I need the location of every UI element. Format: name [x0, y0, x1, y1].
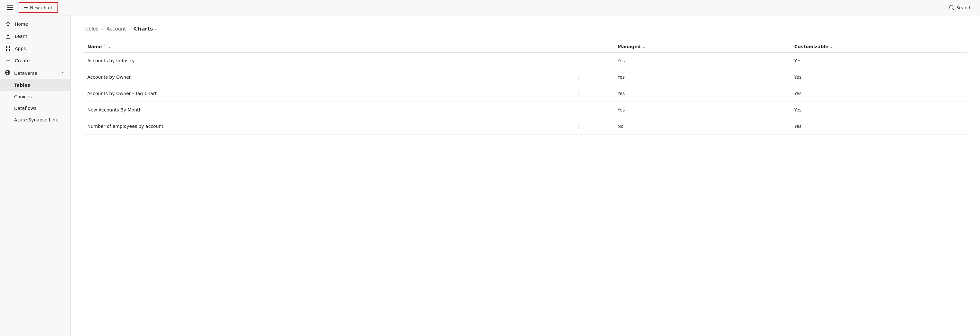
- sidebar-item-learn-label: Learn: [15, 34, 27, 39]
- sidebar: Home Learn Apps Create Dataverse ⌃: [0, 16, 71, 336]
- row-menu-cell: ⋮: [570, 69, 614, 86]
- table-row: Number of employees by account⋮NoYes: [83, 118, 967, 135]
- book-icon: [5, 33, 11, 39]
- row-name-cell: Accounts by Owner: [83, 69, 570, 86]
- new-chart-label: New chart: [30, 5, 52, 10]
- sidebar-item-apps[interactable]: Apps: [0, 42, 70, 55]
- main-layout: Home Learn Apps Create Dataverse ⌃: [0, 16, 980, 336]
- sidebar-item-azure-synapse[interactable]: Azure Synapse Link: [0, 114, 70, 126]
- table-row: New Accounts By Month⋮YesYes: [83, 102, 967, 118]
- breadcrumb-tables[interactable]: Tables: [83, 26, 99, 32]
- row-managed-cell: Yes: [614, 86, 791, 102]
- row-menu-cell: ⋮: [570, 102, 614, 118]
- sidebar-item-choices[interactable]: Choices: [0, 91, 70, 102]
- sidebar-item-create-label: Create: [15, 58, 30, 63]
- svg-rect-2: [7, 9, 13, 10]
- sidebar-item-dataverse[interactable]: Dataverse ⌃: [0, 67, 70, 80]
- row-name-cell: Accounts by Owner - Tag Chart: [83, 86, 570, 102]
- row-customizable-cell: Yes: [790, 53, 967, 69]
- search-icon: [949, 5, 954, 10]
- row-name-cell: Number of employees by account: [83, 118, 570, 135]
- sidebar-item-home[interactable]: Home: [0, 18, 70, 30]
- sidebar-item-dataverse-label: Dataverse: [14, 71, 37, 76]
- row-context-menu-button[interactable]: ⋮: [573, 73, 583, 81]
- column-header-name: Name ↑ ⌄: [83, 41, 570, 53]
- search-label: Search: [956, 5, 972, 10]
- row-menu-cell: ⋮: [570, 118, 614, 135]
- breadcrumb: Tables › Account › Charts ⌄: [83, 26, 967, 32]
- svg-rect-4: [9, 46, 10, 48]
- table-row: Accounts by Industry⋮YesYes: [83, 53, 967, 69]
- column-header-customizable: Customizable ⌄: [790, 41, 967, 53]
- svg-rect-1: [7, 7, 13, 8]
- sidebar-item-apps-label: Apps: [15, 46, 26, 51]
- sidebar-item-choices-label: Choices: [14, 94, 32, 99]
- breadcrumb-current: Charts ⌄: [134, 26, 158, 32]
- breadcrumb-dropdown-icon[interactable]: ⌄: [155, 26, 158, 31]
- breadcrumb-sep-1: ›: [102, 26, 103, 31]
- sidebar-item-tables[interactable]: Tables: [0, 80, 70, 91]
- row-context-menu-button[interactable]: ⋮: [573, 123, 583, 130]
- hamburger-icon: [7, 5, 13, 11]
- row-customizable-cell: Yes: [790, 118, 967, 135]
- new-chart-button[interactable]: + New chart: [19, 2, 58, 13]
- breadcrumb-account[interactable]: Account: [107, 26, 126, 32]
- new-chart-plus-icon: +: [24, 5, 28, 11]
- table-header-row: Name ↑ ⌄ Managed ⌄ Cust: [83, 41, 967, 53]
- table-row: Accounts by Owner⋮YesYes: [83, 69, 967, 86]
- row-managed-cell: Yes: [614, 102, 791, 118]
- row-context-menu-button[interactable]: ⋮: [573, 57, 583, 64]
- svg-rect-3: [6, 46, 7, 48]
- sidebar-item-create[interactable]: Create: [0, 55, 70, 67]
- sidebar-item-dataflows[interactable]: Dataflows: [0, 102, 70, 114]
- column-customizable-label: Customizable: [794, 44, 828, 49]
- row-menu-cell: ⋮: [570, 86, 614, 102]
- row-name-cell: New Accounts By Month: [83, 102, 570, 118]
- toolbar-left: + New chart: [5, 2, 58, 13]
- column-name-label: Name: [88, 44, 102, 49]
- sidebar-item-tables-label: Tables: [14, 83, 30, 88]
- row-context-menu-button[interactable]: ⋮: [573, 90, 583, 97]
- create-plus-icon: [5, 58, 11, 64]
- breadcrumb-charts-label: Charts: [134, 26, 153, 32]
- sidebar-item-home-label: Home: [15, 22, 28, 27]
- sort-asc-icon[interactable]: ↑: [103, 45, 106, 49]
- table-row: Accounts by Owner - Tag Chart⋮YesYes: [83, 86, 967, 102]
- row-managed-cell: Yes: [614, 53, 791, 69]
- row-context-menu-button[interactable]: ⋮: [573, 106, 583, 113]
- row-menu-cell: ⋮: [570, 53, 614, 69]
- row-customizable-cell: Yes: [790, 69, 967, 86]
- svg-rect-6: [9, 49, 10, 51]
- breadcrumb-sep-2: ›: [129, 26, 130, 31]
- content-area: Tables › Account › Charts ⌄ Name ↑ ⌄: [71, 16, 980, 336]
- row-managed-cell: No: [614, 118, 791, 135]
- svg-rect-5: [6, 49, 7, 51]
- sidebar-item-dataflows-label: Dataflows: [14, 106, 37, 111]
- hamburger-button[interactable]: [5, 3, 15, 13]
- sidebar-item-learn[interactable]: Learn: [0, 30, 70, 42]
- customizable-sort-icon[interactable]: ⌄: [830, 45, 833, 49]
- sort-desc-icon[interactable]: ⌄: [108, 45, 111, 49]
- table-body: Accounts by Industry⋮YesYesAccounts by O…: [83, 53, 967, 135]
- chevron-up-icon: ⌃: [61, 71, 65, 76]
- row-customizable-cell: Yes: [790, 86, 967, 102]
- apps-icon: [5, 46, 11, 51]
- search-button[interactable]: Search: [946, 3, 975, 12]
- sidebar-item-azure-synapse-label: Azure Synapse Link: [14, 117, 58, 123]
- column-managed-label: Managed: [617, 44, 641, 49]
- dataverse-icon: [5, 70, 10, 76]
- row-customizable-cell: Yes: [790, 102, 967, 118]
- row-name-cell: Accounts by Industry: [83, 53, 570, 69]
- charts-table: Name ↑ ⌄ Managed ⌄ Cust: [83, 41, 967, 135]
- row-managed-cell: Yes: [614, 69, 791, 86]
- home-icon: [5, 21, 11, 27]
- svg-rect-0: [7, 5, 13, 6]
- toolbar: + New chart Search: [0, 0, 980, 16]
- managed-sort-icon[interactable]: ⌄: [642, 45, 645, 49]
- column-header-managed: Managed ⌄: [614, 41, 791, 53]
- column-header-actions: [570, 41, 614, 53]
